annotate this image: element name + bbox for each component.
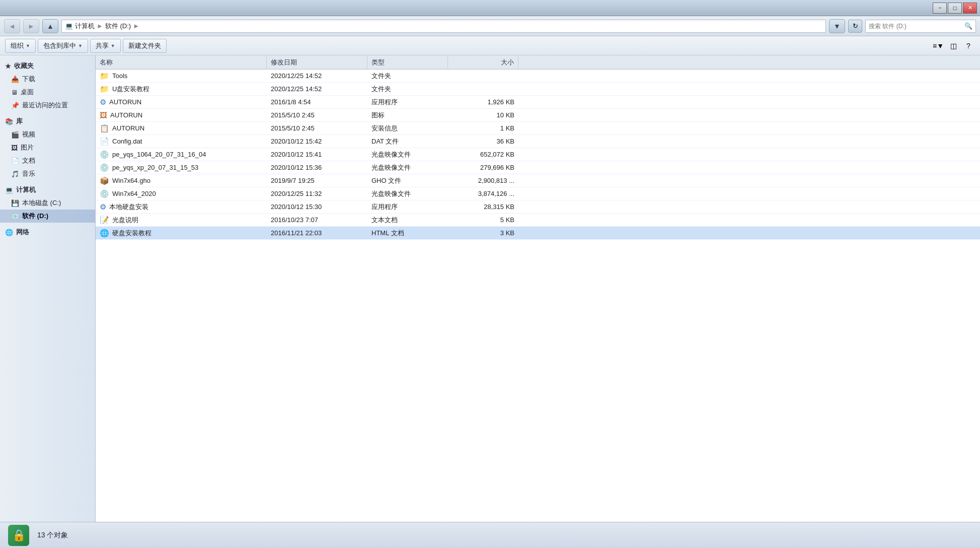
sidebar-item-docs[interactable]: 📄 文档 — [0, 154, 95, 167]
file-name-2: AUTORUN — [109, 98, 141, 106]
include-library-button[interactable]: 包含到库中 ▼ — [38, 39, 88, 53]
back-button[interactable]: ◄ — [4, 19, 20, 33]
file-cell-size-1 — [448, 83, 518, 95]
file-icon-5: 📄 — [100, 137, 109, 146]
file-cell-name-10: ⚙本地硬盘安装 — [96, 200, 267, 213]
file-row-8[interactable]: 📦Win7x64.gho2019/9/7 19:25GHO 文件2,900,81… — [96, 174, 980, 187]
file-cell-type-12: HTML 文档 — [367, 227, 448, 239]
file-name-0: Tools — [112, 72, 127, 80]
file-name-8: Win7x64.gho — [112, 177, 150, 184]
file-icon-1: 📁 — [100, 85, 109, 94]
refresh-button[interactable]: ↻ — [848, 20, 862, 33]
file-name-12: 硬盘安装教程 — [112, 229, 152, 238]
file-list: 📁Tools2020/12/25 14:52文件夹📁U盘安装教程2020/12/… — [96, 70, 980, 522]
help-button[interactable]: ? — [962, 39, 975, 52]
sidebar-item-recent[interactable]: 📌 最近访问的位置 — [0, 99, 95, 112]
desktop-label: 桌面 — [21, 88, 34, 97]
file-row-11[interactable]: 📝光盘说明2016/10/23 7:07文本文档5 KB — [96, 214, 980, 227]
toolbar: 组织 ▼ 包含到库中 ▼ 共享 ▼ 新建文件夹 ≡▼ ◫ ? — [0, 36, 980, 55]
include-arrow: ▼ — [78, 43, 83, 48]
file-cell-type-2: 应用程序 — [367, 96, 448, 108]
sidebar-header-library[interactable]: 📚 库 — [0, 115, 95, 128]
file-row-3[interactable]: 🖼AUTORUN2015/5/10 2:45图标10 KB — [96, 109, 980, 122]
file-cell-name-1: 📁U盘安装教程 — [96, 83, 267, 95]
search-box[interactable]: 🔍 — [865, 20, 976, 33]
new-folder-label: 新建文件夹 — [128, 41, 161, 50]
sidebar-item-local-d[interactable]: 💿 软件 (D:) — [0, 210, 95, 223]
col-header-name[interactable]: 名称 — [96, 55, 267, 69]
video-label: 视频 — [22, 130, 35, 139]
docs-label: 文档 — [22, 156, 35, 165]
sidebar-favorites-label: 收藏夹 — [14, 61, 34, 71]
search-input[interactable] — [869, 23, 962, 30]
file-row-6[interactable]: 💿pe_yqs_1064_20_07_31_16_042020/10/12 15… — [96, 148, 980, 161]
new-folder-button[interactable]: 新建文件夹 — [123, 39, 167, 53]
col-header-date[interactable]: 修改日期 — [267, 55, 367, 69]
file-cell-date-2: 2016/1/8 4:54 — [267, 96, 367, 108]
file-cell-date-3: 2015/5/10 2:45 — [267, 109, 367, 121]
organize-button[interactable]: 组织 ▼ — [5, 39, 36, 53]
sidebar-header-favorites[interactable]: ★ 收藏夹 — [0, 59, 95, 73]
file-name-4: AUTORUN — [112, 124, 144, 132]
file-icon-11: 📝 — [100, 216, 109, 225]
file-area: 名称 修改日期 类型 大小 📁Tools2020/12/25 14:52文件夹📁… — [96, 55, 980, 522]
sidebar-item-pictures[interactable]: 🖼 图片 — [0, 141, 95, 154]
sidebar-library-label: 库 — [16, 117, 23, 126]
file-name-6: pe_yqs_1064_20_07_31_16_04 — [112, 151, 206, 158]
preview-pane-button[interactable]: ◫ — [947, 39, 960, 52]
sidebar-item-video[interactable]: 🎬 视频 — [0, 128, 95, 141]
file-row-9[interactable]: 💿Win7x64_20202020/12/25 11:32光盘映像文件3,874… — [96, 187, 980, 200]
file-row-4[interactable]: 📋AUTORUN2015/5/10 2:45安装信息1 KB — [96, 122, 980, 135]
col-header-type[interactable]: 类型 — [367, 55, 448, 69]
file-cell-size-4: 1 KB — [448, 122, 518, 134]
file-icon-3: 🖼 — [100, 111, 107, 119]
file-icon-2: ⚙ — [100, 98, 106, 107]
file-cell-size-8: 2,900,813 ... — [448, 174, 518, 187]
close-button[interactable]: ✕ — [963, 3, 977, 14]
up-button[interactable]: ▲ — [42, 19, 58, 33]
docs-icon: 📄 — [11, 157, 19, 165]
address-dropdown[interactable]: ▼ — [829, 19, 845, 33]
file-cell-type-0: 文件夹 — [367, 70, 448, 82]
sidebar-item-music[interactable]: 🎵 音乐 — [0, 167, 95, 180]
col-header-size[interactable]: 大小 — [448, 55, 518, 69]
file-cell-date-6: 2020/10/12 15:41 — [267, 148, 367, 161]
file-cell-date-11: 2016/10/23 7:07 — [267, 214, 367, 226]
share-button[interactable]: 共享 ▼ — [90, 39, 121, 53]
file-cell-name-8: 📦Win7x64.gho — [96, 174, 267, 187]
address-path[interactable]: 💻 计算机 ► 软件 (D:) ► — [61, 20, 826, 33]
view-toggle-button[interactable]: ≡▼ — [932, 39, 945, 52]
file-name-7: pe_yqs_xp_20_07_31_15_53 — [112, 164, 198, 171]
sidebar-item-downloads[interactable]: 📥 下载 — [0, 73, 95, 86]
titlebar: － □ ✕ — [0, 0, 980, 16]
sidebar-section-computer: 💻 计算机 💾 本地磁盘 (C:) 💿 软件 (D:) — [0, 183, 95, 223]
minimize-button[interactable]: － — [933, 3, 947, 14]
file-row-2[interactable]: ⚙AUTORUN2016/1/8 4:54应用程序1,926 KB — [96, 96, 980, 109]
file-cell-size-7: 279,696 KB — [448, 161, 518, 174]
file-icon-7: 💿 — [100, 163, 109, 172]
file-row-0[interactable]: 📁Tools2020/12/25 14:52文件夹 — [96, 70, 980, 83]
file-row-12[interactable]: 🌐硬盘安装教程2016/11/21 22:03HTML 文档3 KB — [96, 227, 980, 240]
file-icon-9: 💿 — [100, 189, 109, 198]
star-icon: ★ — [5, 62, 11, 70]
recent-icon: 📌 — [11, 102, 19, 109]
file-row-7[interactable]: 💿pe_yqs_xp_20_07_31_15_532020/10/12 15:3… — [96, 161, 980, 174]
file-cell-size-3: 10 KB — [448, 109, 518, 121]
forward-button[interactable]: ► — [23, 19, 39, 33]
sidebar-item-desktop[interactable]: 🖥 桌面 — [0, 86, 95, 99]
main-area: ★ 收藏夹 📥 下载 🖥 桌面 📌 最近访问的位置 📚 库 — [0, 55, 980, 522]
local-d-label: 软件 (D:) — [22, 212, 48, 221]
sidebar-header-network[interactable]: 🌐 网络 — [0, 226, 95, 239]
sidebar-header-computer[interactable]: 💻 计算机 — [0, 183, 95, 196]
file-row-5[interactable]: 📄Config.dat2020/10/12 15:42DAT 文件36 KB — [96, 135, 980, 148]
file-row-1[interactable]: 📁U盘安装教程2020/12/25 14:52文件夹 — [96, 83, 980, 96]
file-row-10[interactable]: ⚙本地硬盘安装2020/10/12 15:30应用程序28,315 KB — [96, 200, 980, 214]
local-d-icon: 💿 — [11, 213, 19, 220]
file-cell-type-3: 图标 — [367, 109, 448, 121]
sidebar-network-label: 网络 — [16, 228, 29, 237]
sidebar-item-local-c[interactable]: 💾 本地磁盘 (C:) — [0, 196, 95, 210]
file-cell-date-9: 2020/12/25 11:32 — [267, 187, 367, 200]
desktop-icon: 🖥 — [11, 89, 18, 96]
maximize-button[interactable]: □ — [948, 3, 962, 14]
window-controls: － □ ✕ — [933, 3, 977, 14]
